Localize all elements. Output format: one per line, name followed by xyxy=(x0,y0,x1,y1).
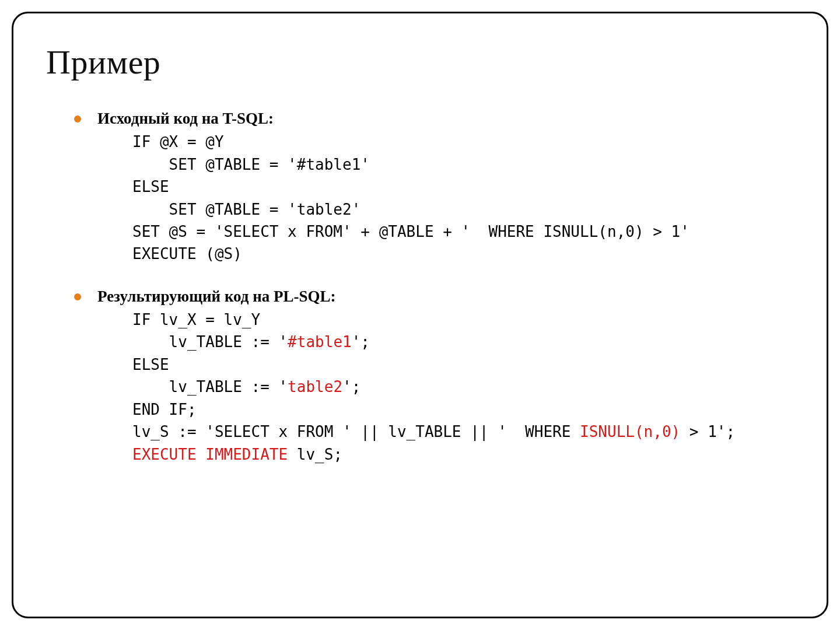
code-highlight: ISNULL(n,0) xyxy=(580,423,680,440)
section-heading: Исходный код на T-SQL: xyxy=(97,108,274,129)
code-highlight: #table1 xyxy=(288,333,352,351)
code-text: lv_S; xyxy=(288,446,342,463)
code-text: IF lv_X = lv_Y lv_TABLE := ' xyxy=(132,311,288,351)
bullet-row: Результирующий код на PL-SQL: xyxy=(74,286,794,309)
code-block-plsql: IF lv_X = lv_Y lv_TABLE := '#table1'; EL… xyxy=(132,309,794,466)
bullet-dot-icon xyxy=(74,116,81,123)
section-heading: Результирующий код на PL-SQL: xyxy=(97,286,336,307)
code-highlight: table2 xyxy=(288,378,342,396)
section-tsql: Исходный код на T-SQL: IF @X = @Y SET @T… xyxy=(74,108,794,265)
section-plsql: Результирующий код на PL-SQL: IF lv_X = … xyxy=(74,286,794,466)
slide-frame: Пример Исходный код на T-SQL: IF @X = @Y… xyxy=(12,12,828,618)
slide-title: Пример xyxy=(46,43,794,82)
slide: Пример Исходный код на T-SQL: IF @X = @Y… xyxy=(0,0,840,630)
bullet-dot-icon xyxy=(74,293,81,300)
code-text: > 1'; xyxy=(680,423,735,440)
code-highlight: EXECUTE IMMEDIATE xyxy=(132,446,288,463)
code-block-tsql: IF @X = @Y SET @TABLE = '#table1' ELSE S… xyxy=(132,131,794,265)
bullet-row: Исходный код на T-SQL: xyxy=(74,108,794,131)
